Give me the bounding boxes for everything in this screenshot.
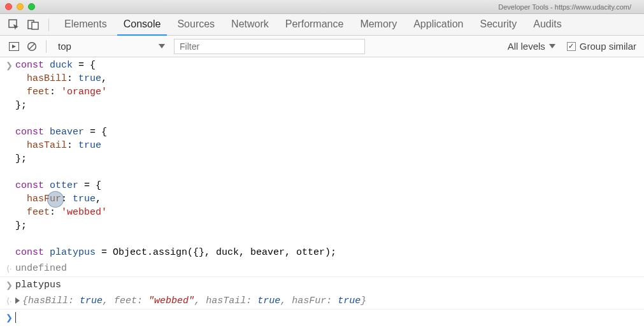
tab-application[interactable]: Application bbox=[407, 14, 469, 36]
titlebar: Developer Tools - https://www.udacity.co… bbox=[0, 0, 644, 14]
result-value: undefined bbox=[15, 262, 639, 275]
levels-selector[interactable]: All levels bbox=[508, 41, 555, 52]
chevron-down-icon bbox=[159, 44, 165, 48]
close-window-icon[interactable] bbox=[5, 3, 12, 10]
console-output-row: ⟨· undefined bbox=[0, 260, 644, 277]
separator bbox=[48, 18, 49, 31]
input-prompt-icon: ❯ bbox=[3, 59, 15, 259]
console-prompt-row[interactable]: ❯ bbox=[0, 310, 644, 325]
inspect-icon[interactable] bbox=[8, 18, 20, 31]
object-preview[interactable]: {hasBill: true, feet: "webbed", hasTail:… bbox=[15, 294, 639, 308]
clear-console-icon[interactable] bbox=[25, 40, 38, 53]
text-caret bbox=[15, 312, 16, 323]
console-input-row: ❯ platypus bbox=[0, 277, 644, 293]
input-prompt-icon: ❯ bbox=[3, 311, 15, 324]
console-input-row: ❯ const duck = { hasBill: true, feet: 'o… bbox=[0, 57, 644, 260]
svg-rect-2 bbox=[32, 22, 38, 29]
context-label: top bbox=[58, 41, 71, 52]
console-output-row: ⟨· {hasBill: true, feet: "webbed", hasTa… bbox=[0, 293, 644, 310]
tab-network[interactable]: Network bbox=[225, 14, 275, 36]
tab-security[interactable]: Security bbox=[473, 14, 523, 36]
tab-performance[interactable]: Performance bbox=[279, 14, 350, 36]
expand-icon[interactable] bbox=[15, 297, 20, 304]
device-toggle-icon[interactable] bbox=[27, 18, 39, 31]
tab-sources[interactable]: Sources bbox=[171, 14, 221, 36]
console-toolbar: top All levels ✓ Group similar bbox=[0, 36, 644, 57]
window-title: Developer Tools - https://www.udacity.co… bbox=[498, 3, 631, 11]
console-input[interactable] bbox=[15, 311, 639, 324]
tab-memory[interactable]: Memory bbox=[354, 14, 403, 36]
minimize-window-icon[interactable] bbox=[17, 3, 24, 10]
zoom-window-icon[interactable] bbox=[28, 3, 35, 10]
input-prompt-icon: ❯ bbox=[3, 278, 15, 292]
code-line: platypus bbox=[15, 278, 639, 292]
output-indicator-icon: ⟨· bbox=[3, 294, 15, 308]
tab-audits[interactable]: Audits bbox=[527, 14, 568, 36]
svg-line-5 bbox=[29, 43, 35, 49]
chevron-down-icon bbox=[549, 44, 555, 48]
tab-console[interactable]: Console bbox=[117, 14, 168, 36]
levels-label: All levels bbox=[508, 41, 545, 52]
window-controls bbox=[0, 3, 35, 10]
panel-tab-strip: ElementsConsoleSourcesNetworkPerformance… bbox=[0, 14, 644, 36]
tab-elements[interactable]: Elements bbox=[58, 14, 113, 36]
group-similar-checkbox[interactable]: ✓ Group similar bbox=[567, 41, 636, 52]
checkbox-icon: ✓ bbox=[567, 42, 576, 51]
context-selector[interactable]: top bbox=[54, 39, 169, 54]
group-similar-label: Group similar bbox=[580, 41, 636, 52]
output-indicator-icon: ⟨· bbox=[3, 262, 15, 275]
separator bbox=[46, 40, 47, 53]
show-sidebar-icon[interactable] bbox=[8, 40, 20, 53]
code-block: const duck = { hasBill: true, feet: 'ora… bbox=[15, 59, 639, 259]
filter-input[interactable] bbox=[174, 39, 365, 54]
console-output: ❯ const duck = { hasBill: true, feet: 'o… bbox=[0, 57, 644, 325]
